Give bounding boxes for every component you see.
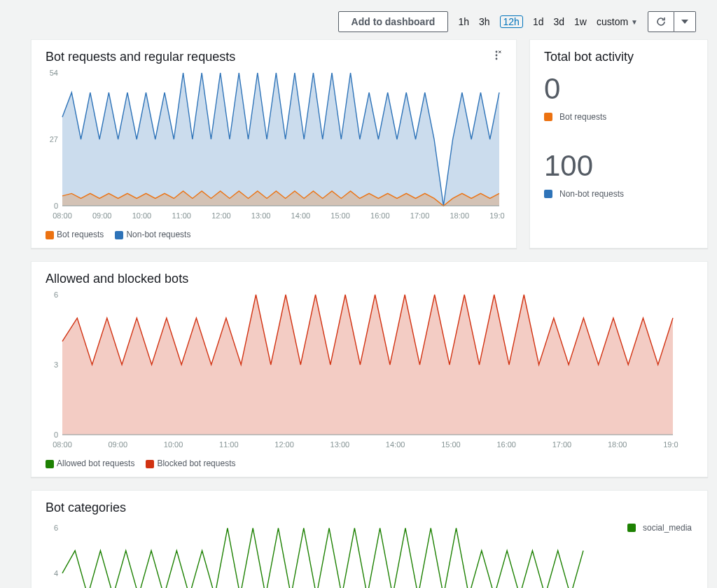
svg-text:11:00: 11:00 (172, 211, 191, 220)
panel-allowed-blocked: Allowed and blocked bots 03608:0009:0010… (31, 261, 708, 477)
kpi-bot-requests-label: Bot requests (530, 105, 707, 139)
caret-down-icon: ▼ (631, 18, 638, 26)
legend: Bot requests Non-bot requests (32, 227, 516, 248)
legend: Allowed bot requests Blocked bot request… (32, 456, 707, 477)
svg-text:6: 6 (54, 524, 58, 532)
svg-text:17:00: 17:00 (410, 211, 430, 220)
svg-text:18:00: 18:00 (450, 211, 470, 220)
chart-allowed-blocked: 03608:0009:0010:0011:0012:0013:0014:0015… (43, 290, 678, 451)
caret-down-icon (681, 18, 688, 25)
svg-text:08:00: 08:00 (53, 211, 72, 220)
refresh-button[interactable] (648, 11, 674, 32)
svg-text:09:00: 09:00 (109, 440, 128, 449)
svg-text:19:00: 19:00 (663, 440, 678, 449)
svg-text:12:00: 12:00 (211, 211, 231, 220)
svg-text:14:00: 14:00 (386, 440, 405, 449)
svg-text:10:00: 10:00 (132, 211, 152, 220)
svg-point-2 (496, 58, 498, 60)
range-12h[interactable]: 12h (500, 15, 523, 28)
panel-total-bot-activity: Total bot activity 0 Bot requests 100 No… (529, 39, 708, 248)
legend-item-bot: Bot requests (46, 230, 104, 239)
svg-text:17:00: 17:00 (552, 440, 572, 449)
svg-text:0: 0 (54, 430, 58, 439)
svg-text:13:00: 13:00 (330, 440, 350, 449)
legend-item-nonbot: Non-bot requests (115, 230, 190, 239)
svg-text:08:00: 08:00 (53, 440, 72, 449)
svg-text:15:00: 15:00 (441, 440, 461, 449)
svg-text:18:00: 18:00 (608, 440, 627, 449)
svg-text:54: 54 (50, 69, 58, 77)
svg-text:13:00: 13:00 (251, 211, 271, 220)
svg-point-0 (496, 51, 498, 53)
range-custom[interactable]: custom▼ (597, 16, 638, 27)
refresh-menu-button[interactable] (674, 11, 696, 32)
time-range-picker: 1h 3h 12h 1d 3d 1w custom▼ (458, 15, 638, 28)
svg-point-1 (496, 55, 498, 57)
range-3h[interactable]: 3h (479, 16, 490, 27)
panel-title: Allowed and blocked bots (32, 262, 707, 290)
panel-bot-vs-regular: Bot requests and regular requests 027540… (31, 39, 517, 248)
range-1d[interactable]: 1d (533, 16, 544, 27)
panel-title: Bot requests and regular requests (32, 40, 516, 69)
kebab-icon (492, 50, 503, 61)
kpi-nonbot-requests-label: Non-bot requests (530, 182, 707, 216)
range-3d[interactable]: 3d (553, 16, 564, 27)
svg-text:0: 0 (54, 202, 58, 210)
range-1h[interactable]: 1h (458, 16, 469, 27)
svg-text:27: 27 (50, 135, 58, 144)
panel-title: Bot categories (32, 491, 707, 519)
svg-text:3: 3 (54, 360, 58, 369)
kpi-nonbot-requests-value: 100 (530, 146, 707, 182)
svg-text:09:00: 09:00 (92, 211, 112, 220)
range-1w[interactable]: 1w (574, 16, 587, 27)
panel-bot-categories: Bot categories social_media 46 (31, 490, 708, 588)
refresh-button-group (648, 11, 696, 32)
svg-text:15:00: 15:00 (330, 211, 350, 220)
chart-bot-categories: 46 (43, 519, 589, 588)
chart-bot-vs-regular: 0275408:0009:0010:0011:0012:0013:0014:00… (43, 69, 505, 223)
svg-text:10:00: 10:00 (164, 440, 183, 449)
svg-text:16:00: 16:00 (370, 211, 390, 220)
svg-text:4: 4 (54, 569, 58, 578)
legend-item-allowed: Allowed bot requests (46, 458, 134, 468)
legend-item-blocked: Blocked bot requests (146, 458, 235, 468)
svg-text:16:00: 16:00 (496, 440, 516, 449)
svg-text:19:00: 19:00 (489, 211, 505, 220)
svg-text:6: 6 (54, 290, 58, 299)
refresh-icon (655, 16, 667, 27)
panel-menu-button[interactable] (492, 50, 503, 61)
svg-text:12:00: 12:00 (274, 440, 294, 449)
svg-text:14:00: 14:00 (291, 211, 311, 220)
add-to-dashboard-button[interactable]: Add to dashboard (338, 11, 449, 32)
svg-text:11:00: 11:00 (219, 440, 239, 449)
panel-title: Total bot activity (530, 40, 707, 69)
toolbar: Add to dashboard 1h 3h 12h 1d 3d 1w cust… (0, 0, 717, 39)
kpi-bot-requests-value: 0 (530, 69, 707, 105)
